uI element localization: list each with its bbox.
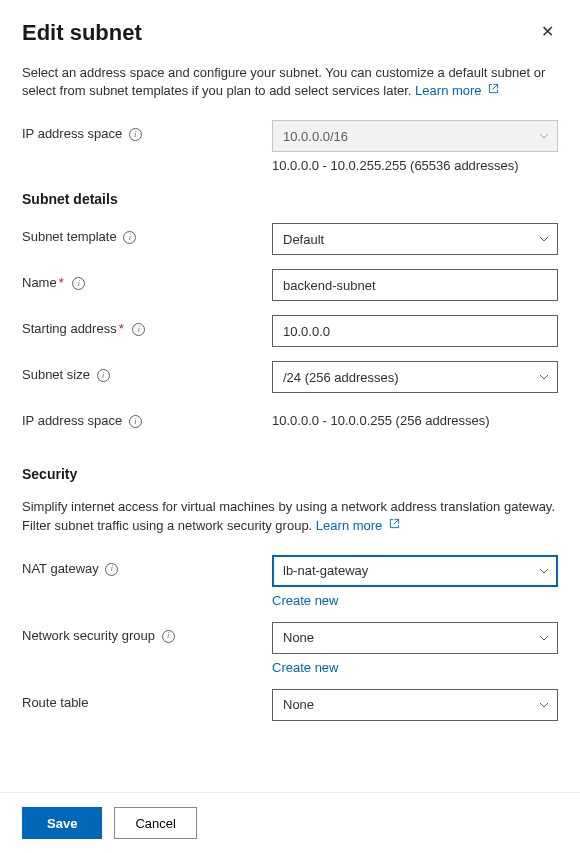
subnet-ip-space-value: 10.0.0.0 - 10.0.0.255 (256 addresses) (272, 413, 490, 428)
name-input[interactable] (272, 269, 558, 301)
route-table-select[interactable]: None (272, 689, 558, 721)
nsg-create-new-link[interactable]: Create new (272, 660, 338, 675)
subnet-size-label: Subnet size i (22, 361, 272, 382)
subnet-template-select[interactable]: Default (272, 223, 558, 255)
ip-address-space-label: IP address space i (22, 120, 272, 141)
starting-address-input[interactable] (272, 315, 558, 347)
subnet-ip-space-label: IP address space i (22, 407, 272, 428)
close-icon[interactable]: ✕ (537, 20, 558, 43)
ip-address-space-select: 10.0.0.0/16 (272, 120, 558, 152)
info-icon[interactable]: i (123, 231, 136, 244)
nsg-select[interactable]: None (272, 622, 558, 654)
cancel-button[interactable]: Cancel (114, 807, 196, 839)
info-icon[interactable]: i (72, 277, 85, 290)
nat-gateway-select[interactable]: lb-nat-gateway (272, 555, 558, 587)
nat-gateway-label: NAT gateway i (22, 555, 272, 576)
subnet-size-select[interactable]: /24 (256 addresses) (272, 361, 558, 393)
name-label: Name* i (22, 269, 272, 290)
security-heading: Security (22, 466, 558, 482)
info-icon[interactable]: i (132, 323, 145, 336)
security-intro: Simplify internet access for virtual mac… (22, 498, 558, 534)
nsg-label: Network security group i (22, 622, 272, 643)
subnet-details-heading: Subnet details (22, 191, 558, 207)
info-icon[interactable]: i (97, 369, 110, 382)
external-link-icon (389, 518, 400, 529)
info-icon[interactable]: i (129, 415, 142, 428)
intro-text: Select an address space and configure yo… (22, 64, 558, 100)
save-button[interactable]: Save (22, 807, 102, 839)
security-learn-more-link[interactable]: Learn more (316, 518, 400, 533)
subnet-template-label: Subnet template i (22, 223, 272, 244)
learn-more-link[interactable]: Learn more (415, 83, 499, 98)
info-icon[interactable]: i (129, 128, 142, 141)
ip-space-helper: 10.0.0.0 - 10.0.255.255 (65536 addresses… (272, 156, 558, 173)
footer: Save Cancel (0, 792, 580, 853)
page-title: Edit subnet (22, 20, 142, 46)
info-icon[interactable]: i (105, 563, 118, 576)
route-table-label: Route table (22, 689, 272, 710)
external-link-icon (488, 83, 499, 94)
nat-gateway-create-new-link[interactable]: Create new (272, 593, 338, 608)
info-icon[interactable]: i (162, 630, 175, 643)
starting-address-label: Starting address* i (22, 315, 272, 336)
